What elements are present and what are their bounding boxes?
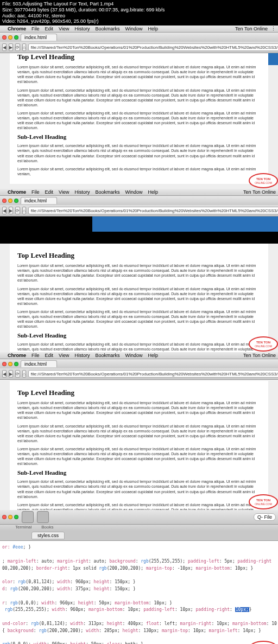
back-button[interactable]: ◀ [2,207,7,214]
paragraph: Lorem ipsum dolor sit amet, consectetur … [17,263,261,283]
svg-text:ONLINE.COM: ONLINE.COM [255,345,272,348]
wifi-icon[interactable]: ⋮ [271,26,276,31]
bookmarks-menu[interactable]: Bookmarks [95,26,119,31]
video-audio: Audio: aac, 44100 Hz, stereo [2,13,276,19]
window-menu[interactable]: Window [125,26,142,31]
viewport-3: Top Level Heading Lorem ipsum dolor sit … [0,380,278,510]
menu-right: Ten Ton Online [243,189,276,195]
editor-tabs: styles.css [0,531,278,541]
tool-labels: Terminal Books [0,525,278,531]
edit-menu[interactable]: Edit [45,189,54,195]
paragraph: Lorem ipsum dolor sit amet, consectetur … [17,479,261,499]
window-controls[interactable] [2,362,18,366]
menu-right: Ten Ton Online [243,353,276,358]
reload-button[interactable]: ⟳ [15,43,20,51]
page-title: Top Level Heading [17,53,261,61]
terminal-icon[interactable] [22,511,34,523]
search-field[interactable]: Q- File [254,513,276,521]
help-menu[interactable]: Help [148,189,158,195]
url-text: file:///Shared/Ten%20Ton%20Books/Operati… [31,45,278,50]
books-label: Books [41,525,53,530]
selected-text: 10px; [235,607,249,612]
app-menu[interactable]: Chrome [8,353,26,358]
history-menu[interactable]: History [74,353,90,358]
url-input[interactable]: file:///Shared/Ten%20Ton%20Books/Operati… [28,43,278,51]
books-icon[interactable] [37,511,49,523]
paragraph: Lorem ipsum dolor sit amet, consectetur … [17,424,261,443]
help-menu[interactable]: Help [148,26,158,31]
forward-button[interactable]: ▶ [9,43,13,51]
page-title: Top Level Heading [17,388,261,397]
bookmarks-menu[interactable]: Bookmarks [95,189,119,195]
window-controls[interactable] [2,35,18,40]
app-menu[interactable]: Chrome [8,26,26,31]
reload-button[interactable]: ⟳ [15,207,20,214]
back-button[interactable]: ◀ [2,370,7,378]
watermark-icon: TEN TONONLINE.COM [248,173,278,189]
view-menu[interactable]: View [59,189,69,195]
editor-window: Q- File Terminal Books styles.css or: #e… [0,510,278,644]
forward-button[interactable]: ▶ [9,370,13,378]
view-menu[interactable]: View [59,26,69,31]
file-menu[interactable]: File [31,189,40,195]
mac-menubar-1: Chrome File Edit View History Bookmarks … [0,25,278,33]
window-menu[interactable]: Window [125,189,142,195]
video-file: File: 503.Adjusting The Layout For Text,… [2,1,276,7]
page-content-1: Top Level Heading Lorem ipsum dolor sit … [10,53,268,184]
page-content-2: Top Level Heading Lorem ipsum dolor sit … [10,244,268,352]
url-input[interactable]: file:///Shared/Ten%20Ton%20Books/Operati… [28,207,278,214]
page-title: Top Level Heading [17,251,261,260]
svg-text:ONLINE.COM: ONLINE.COM [255,181,272,184]
svg-point-9 [249,641,277,644]
reload-button[interactable]: ⟳ [15,370,20,378]
history-menu[interactable]: History [74,26,90,31]
paragraph: Lorem ipsum dolor sit amet, consectetur … [17,167,261,176]
history-menu[interactable]: History [74,189,90,195]
paragraph: Lorem ipsum dolor sit amet, consectetur … [17,309,261,329]
view-menu[interactable]: View [59,353,69,358]
video-size: Size: 39770449 bytes (37.93 MiB), durati… [2,7,276,13]
svg-text:ONLINE.COM: ONLINE.COM [255,502,272,506]
svg-point-6 [249,495,277,509]
browser-tab[interactable]: index.html [21,34,57,41]
file-menu[interactable]: File [31,353,40,358]
bookmarks-menu[interactable]: Bookmarks [95,353,119,358]
svg-text:TEN TON: TEN TON [256,499,270,502]
address-bar-1: ◀ ▶ ⟳ ⌂ file:///Shared/Ten%20Ton%20Books… [0,42,278,53]
edit-menu[interactable]: Edit [45,26,54,31]
paragraph: Lorem ipsum dolor sit amet, consectetur … [17,447,261,466]
home-button[interactable]: ⌂ [22,43,26,51]
back-button[interactable]: ◀ [2,43,7,51]
code-editor[interactable]: or: #eee; } ; margin-left: auto; margin-… [0,541,278,644]
paragraph: Lorem ipsum dolor sit amet, consectetur … [17,65,261,84]
sub-heading: Sub-Level Heading [17,469,261,476]
file-menu[interactable]: File [31,26,40,31]
menu-right: Ten Ton Online ⋮ [235,26,276,31]
paragraph: Lorem ipsum dolor sit amet, consectetur … [17,143,261,163]
watermark-icon: TEN TONONLINE.COM [248,640,278,644]
home-button[interactable]: ⌂ [22,370,26,378]
url-text: file:///Shared/Ten%20Ton%20Books/Operati… [31,208,278,213]
close-icon [2,35,7,40]
terminal-label: Terminal [15,525,31,530]
paragraph: Lorem ipsum dolor sit amet, consectetur … [17,400,261,420]
help-menu[interactable]: Help [148,353,158,358]
brand-label: Ten Ton Online [243,353,276,358]
watermark-icon: TEN TONONLINE.COM [248,494,278,510]
window-controls[interactable] [2,515,18,519]
svg-text:TEN TON: TEN TON [256,177,270,181]
app-menu[interactable]: Chrome [8,189,26,195]
tab-styles-css[interactable]: styles.css [31,532,65,539]
video-codec: Video: h264, yuv420p, 960x540, 25.00 fps… [2,18,276,24]
brand-label: Ten Ton Online [243,189,276,195]
edit-menu[interactable]: Edit [45,353,54,358]
url-input[interactable]: file:///Shared/Ten%20Ton%20Books/Operati… [28,370,278,378]
editor-toolbar: Q- File [0,510,278,525]
window-controls[interactable] [2,199,18,203]
home-button[interactable]: ⌂ [22,207,26,214]
browser-tab[interactable]: index.html [21,360,57,367]
browser-tab[interactable]: index.html [21,197,57,204]
window-menu[interactable]: Window [125,353,142,358]
minimize-icon [8,35,12,40]
forward-button[interactable]: ▶ [9,207,13,214]
